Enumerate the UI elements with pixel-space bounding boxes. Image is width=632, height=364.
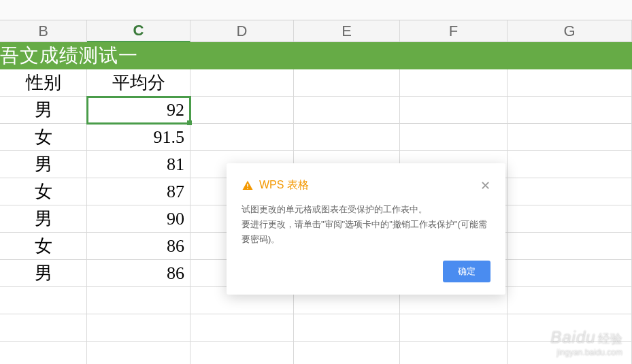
cell-empty[interactable] bbox=[400, 69, 508, 97]
watermark: Baidu 经验 jingyan.baidu.com bbox=[550, 328, 622, 357]
dialog-close-button[interactable]: ✕ bbox=[480, 180, 490, 192]
data-cell[interactable]: 男 bbox=[0, 205, 87, 233]
header-cell[interactable]: 性别 bbox=[0, 69, 87, 97]
cell-empty[interactable] bbox=[87, 314, 190, 342]
cell-empty[interactable] bbox=[294, 97, 400, 124]
data-cell[interactable]: 81 bbox=[87, 151, 190, 178]
column-header-D[interactable]: D bbox=[190, 20, 294, 42]
empty-row bbox=[0, 342, 632, 364]
data-cell[interactable]: 女 bbox=[0, 233, 87, 260]
dialog-header: WPS 表格 ✕ bbox=[242, 178, 490, 193]
header-cell[interactable]: 平均分 bbox=[87, 69, 190, 97]
empty-row bbox=[0, 314, 632, 342]
table-row: 女91.5 bbox=[0, 124, 632, 151]
table-row: 男92 bbox=[0, 97, 632, 124]
watermark-url: jingyan.baidu.com bbox=[550, 348, 622, 357]
column-header-C[interactable]: C bbox=[87, 20, 190, 42]
watermark-cn: 经验 bbox=[598, 332, 622, 346]
data-cell[interactable]: 90 bbox=[87, 205, 190, 233]
cell-empty[interactable] bbox=[190, 342, 294, 364]
cell-empty[interactable] bbox=[0, 314, 87, 342]
cell-empty[interactable] bbox=[508, 287, 632, 314]
svg-rect-0 bbox=[247, 184, 248, 187]
cell-empty[interactable] bbox=[400, 342, 508, 364]
data-cell[interactable]: 86 bbox=[87, 260, 190, 287]
cell-empty[interactable] bbox=[400, 42, 508, 69]
protected-sheet-dialog: WPS 表格 ✕ 试图更改的单元格或图表在受保护的工作表中。 要进行更改，请单击… bbox=[227, 163, 505, 295]
column-header-B[interactable]: B bbox=[0, 20, 87, 42]
formula-bar[interactable] bbox=[0, 0, 632, 20]
data-cell[interactable]: 92 bbox=[87, 97, 190, 124]
header-row: 性别平均分 bbox=[0, 69, 632, 97]
cell-empty[interactable] bbox=[400, 97, 508, 124]
cell-empty[interactable] bbox=[400, 314, 508, 342]
cell-empty[interactable] bbox=[508, 97, 632, 124]
dialog-title: WPS 表格 bbox=[259, 178, 309, 193]
watermark-brand: Baidu bbox=[550, 328, 595, 346]
dialog-message-line1: 试图更改的单元格或图表在受保护的工作表中。 bbox=[242, 202, 490, 217]
cell-empty[interactable] bbox=[508, 178, 632, 205]
merged-title-cell[interactable]: 吾文成绩测试一 bbox=[0, 42, 190, 69]
data-cell[interactable]: 87 bbox=[87, 178, 190, 205]
cell-empty[interactable] bbox=[508, 69, 632, 97]
cell-empty[interactable] bbox=[0, 287, 87, 314]
cell-empty[interactable] bbox=[508, 260, 632, 287]
svg-rect-1 bbox=[247, 188, 248, 189]
column-header-E[interactable]: E bbox=[294, 20, 400, 42]
cell-empty[interactable] bbox=[190, 69, 294, 97]
data-cell[interactable]: 男 bbox=[0, 151, 87, 178]
cell-empty[interactable] bbox=[294, 42, 400, 69]
column-header-F[interactable]: F bbox=[400, 20, 508, 42]
title-row: 吾文成绩测试一 bbox=[0, 42, 632, 69]
column-header-G[interactable]: G bbox=[508, 20, 632, 42]
data-cell[interactable]: 男 bbox=[0, 97, 87, 124]
cell-empty[interactable] bbox=[508, 151, 632, 178]
cell-empty[interactable] bbox=[400, 124, 508, 151]
data-cell[interactable]: 86 bbox=[87, 233, 190, 260]
cell-empty[interactable] bbox=[190, 42, 294, 69]
cell-empty[interactable] bbox=[294, 342, 400, 364]
dialog-footer: 确定 bbox=[242, 261, 490, 282]
column-headers-row: BCDEFG bbox=[0, 20, 632, 42]
cell-empty[interactable] bbox=[294, 314, 400, 342]
cell-empty[interactable] bbox=[190, 124, 294, 151]
data-cell[interactable]: 男 bbox=[0, 260, 87, 287]
cell-empty[interactable] bbox=[294, 69, 400, 97]
dialog-body: 试图更改的单元格或图表在受保护的工作表中。 要进行更改，请单击"审阅"选项卡中的… bbox=[242, 202, 490, 247]
cell-empty[interactable] bbox=[508, 233, 632, 260]
ok-button[interactable]: 确定 bbox=[443, 261, 490, 282]
cell-empty[interactable] bbox=[508, 205, 632, 233]
data-cell[interactable]: 91.5 bbox=[87, 124, 190, 151]
cell-empty[interactable] bbox=[508, 124, 632, 151]
cell-empty[interactable] bbox=[190, 97, 294, 124]
dialog-message-line2: 要进行更改，请单击"审阅"选项卡中的"撤销工作表保护"(可能需要密码)。 bbox=[242, 217, 490, 247]
cell-empty[interactable] bbox=[508, 42, 632, 69]
cell-empty[interactable] bbox=[87, 342, 190, 364]
data-cell[interactable]: 女 bbox=[0, 178, 87, 205]
data-cell[interactable]: 女 bbox=[0, 124, 87, 151]
cell-empty[interactable] bbox=[190, 314, 294, 342]
cell-empty[interactable] bbox=[294, 124, 400, 151]
warning-icon bbox=[242, 180, 254, 192]
cell-empty[interactable] bbox=[87, 287, 190, 314]
cell-empty[interactable] bbox=[0, 342, 87, 364]
